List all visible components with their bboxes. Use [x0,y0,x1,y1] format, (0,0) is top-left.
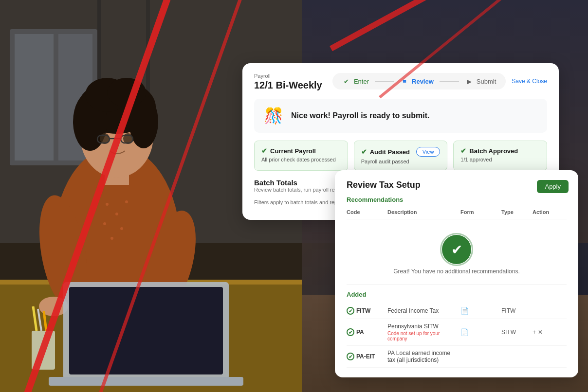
check-icon-audit: ✔ [361,148,367,156]
step-enter: ✔ Enter [342,77,369,86]
col-desc: Description [387,209,459,215]
tax-setup-card: Review Tax Setup Apply Recommendations C… [335,170,578,377]
ui-cards-container: Payroll 12/1 Bi-Weekly ✔ Enter ≡ Review [242,63,573,220]
current-payroll-title: ✔ Current Payroll [261,147,341,155]
pa-cancel-icon[interactable]: ✕ [538,329,543,336]
fitw-check-icon: ✔ [347,307,354,315]
view-audit-button[interactable]: View [416,147,441,157]
step-review[interactable]: ≡ Review [400,77,434,86]
svg-rect-33 [69,287,223,374]
tax-row-pa: ✔ PA Pennsylvania SITW Code not set up f… [347,319,567,346]
tax-row-pa-eit: ✔ PA-EIT PA Local earned income tax (all… [347,346,567,368]
step-submit: ▶ Submit [465,77,496,86]
payroll-info: Payroll 12/1 Bi-Weekly [254,73,322,91]
svg-point-23 [115,213,118,215]
submit-arrow-icon: ▶ [465,77,474,86]
col-form: Form [460,209,499,215]
fitw-doc-icon: 📄 [460,307,499,315]
added-section-label: Added [347,285,567,298]
svg-rect-35 [32,331,55,370]
no-rec-text: Great! You have no additional recommenda… [393,268,520,275]
svg-point-16 [107,78,146,107]
card-header: Payroll 12/1 Bi-Weekly ✔ Enter ≡ Review [254,73,547,91]
svg-point-26 [120,227,123,230]
svg-point-24 [125,200,128,203]
pa-eit-code: ✔ PA-EIT [347,353,386,360]
status-card-current-payroll: ✔ Current Payroll All prior check dates … [254,141,348,171]
svg-rect-34 [49,377,243,386]
pa-eit-check-icon: ✔ [347,353,354,360]
pa-sub: Code not set up for your company [387,331,459,341]
check-icon-payroll: ✔ [261,147,267,155]
svg-point-25 [103,222,106,225]
payroll-title: 12/1 Bi-Weekly [254,80,322,91]
recommendations-label: Recommendations [347,196,567,203]
pa-code: ✔ PA [347,328,386,336]
svg-point-27 [110,237,113,240]
pa-eit-desc: PA Local earned income tax (all jurisdic… [387,350,459,363]
pa-add-icon[interactable]: + [533,329,536,336]
pa-actions[interactable]: + ✕ [533,329,567,336]
pa-check-icon: ✔ [347,328,354,336]
payroll-breadcrumb: Payroll [254,73,322,79]
apply-button[interactable]: Apply [537,180,569,193]
fitw-type: FITW [501,307,531,314]
audit-sub: Payroll audit passed [361,159,441,164]
batch-approved-title: ✔ Batch Approved [460,147,540,155]
status-card-batch-approved: ✔ Batch Approved 1/1 approved [453,141,547,171]
pa-doc-icon: 📄 [460,328,499,336]
audit-passed-title: ✔ Audit Passed View [361,147,441,157]
save-close-button[interactable]: Save & Close [512,78,547,85]
col-type: Type [501,209,531,215]
check-badge-icon: ✔ [442,235,471,264]
svg-point-22 [106,203,109,206]
col-action: Action [533,209,567,215]
fitw-code: ✔ FITW [347,307,386,315]
nice-work-text: Nice work! Payroll is ready to submit. [291,111,430,120]
check-icon-batch: ✔ [460,147,466,155]
tax-setup-title: Review Tax Setup [347,180,567,190]
col-code: Code [347,209,386,215]
progress-stepper: ✔ Enter ≡ Review ▶ Submit [332,73,506,89]
review-list-icon: ≡ [400,77,409,86]
table-header: Code Description Form Type Action [347,209,567,219]
pa-type: SITW [501,329,531,336]
pa-desc-container: Pennsylvania SITW Code not set up for yo… [387,323,459,341]
enter-check-icon: ✔ [342,77,351,86]
svg-rect-3 [15,34,54,160]
current-payroll-sub: All prior check dates processed [261,157,341,162]
celebration-icon: 🎊 [264,107,283,125]
no-recommendations-section: ✔ Great! You have no additional recommen… [347,225,567,285]
pa-desc: Pennsylvania SITW [387,323,459,330]
fitw-desc: Federal Income Tax [387,307,459,314]
status-cards-row: ✔ Current Payroll All prior check dates … [254,141,547,171]
nice-work-banner: 🎊 Nice work! Payroll is ready to submit. [254,99,547,133]
tax-row-fitw: ✔ FITW Federal Income Tax 📄 FITW [347,303,567,319]
batch-approved-sub: 1/1 approved [460,157,540,162]
status-card-audit: ✔ Audit Passed View Payroll audit passed [354,141,448,171]
